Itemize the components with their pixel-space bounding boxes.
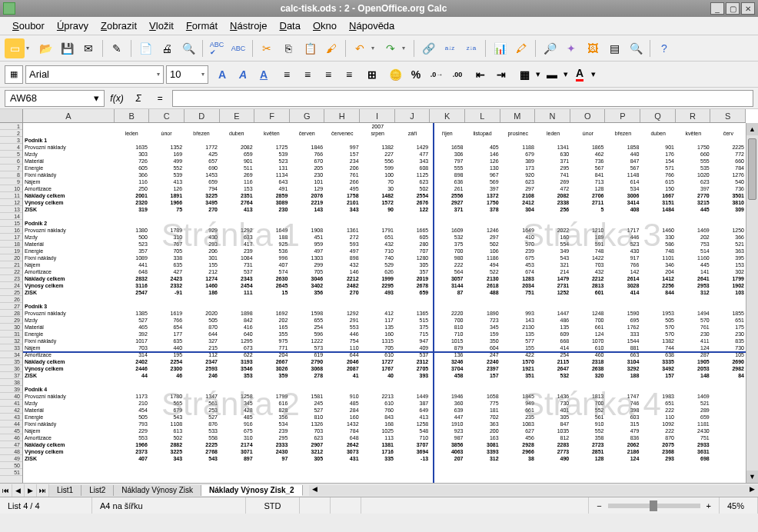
- cell[interactable]: 1858: [606, 144, 641, 151]
- cell[interactable]: 343: [324, 206, 360, 213]
- cell[interactable]: Fixní náklady: [23, 171, 114, 178]
- cell[interactable]: 2225: [711, 144, 746, 151]
- cell[interactable]: 160: [324, 414, 360, 421]
- cell[interactable]: 3292: [606, 365, 641, 372]
- cell[interactable]: 3104: [606, 358, 641, 365]
- cell[interactable]: 70: [361, 178, 395, 185]
- cell[interactable]: 843: [361, 414, 395, 421]
- cell[interactable]: 2219: [289, 199, 324, 206]
- cell[interactable]: 556: [361, 158, 395, 165]
- cell[interactable]: 635: [149, 261, 184, 268]
- cell[interactable]: 710: [395, 434, 430, 441]
- cell[interactable]: květen: [254, 130, 290, 137]
- cell[interactable]: 1799: [254, 393, 290, 400]
- cell[interactable]: [430, 296, 464, 303]
- row-header-47[interactable]: 47: [0, 441, 22, 448]
- cell[interactable]: [640, 379, 676, 386]
- row-header-30[interactable]: 30: [0, 324, 22, 331]
- cell[interactable]: [640, 123, 676, 130]
- currency-button[interactable]: 🪙: [386, 65, 404, 84]
- cell[interactable]: [711, 462, 746, 469]
- cell[interactable]: 569: [464, 178, 500, 185]
- cell[interactable]: 2333: [254, 441, 290, 448]
- cell[interactable]: 131: [254, 165, 290, 171]
- hscroll-right-icon[interactable]: ▶: [746, 485, 758, 496]
- cell[interactable]: 3116: [114, 282, 148, 289]
- cell[interactable]: Amortizace: [23, 351, 114, 358]
- cell[interactable]: 923: [430, 427, 464, 434]
- cell[interactable]: [640, 303, 676, 310]
- cell[interactable]: 315: [606, 421, 641, 427]
- cell[interactable]: 657: [184, 158, 219, 165]
- cell[interactable]: 1134: [254, 171, 290, 178]
- cell[interactable]: [536, 137, 570, 144]
- cell[interactable]: [464, 137, 500, 144]
- cell[interactable]: 1160: [676, 254, 711, 261]
- cell[interactable]: [711, 434, 746, 441]
- cell[interactable]: 500: [114, 234, 148, 241]
- cell[interactable]: 247: [464, 351, 500, 358]
- bgcolor-button[interactable]: ▬: [543, 65, 561, 84]
- cell[interactable]: [536, 296, 570, 303]
- cell[interactable]: 305: [289, 455, 324, 462]
- cell[interactable]: 253: [184, 407, 219, 414]
- row-header-5[interactable]: 5: [0, 151, 22, 158]
- cell[interactable]: 702: [464, 414, 500, 421]
- cell[interactable]: 333: [606, 331, 641, 337]
- cell[interactable]: Podnik 3: [23, 303, 114, 310]
- cell[interactable]: 497: [289, 248, 324, 254]
- cell[interactable]: 771: [254, 344, 290, 351]
- cell[interactable]: 458: [430, 372, 464, 379]
- cell[interactable]: 430: [184, 234, 219, 241]
- cell[interactable]: 703: [570, 261, 605, 268]
- cell[interactable]: [184, 303, 219, 310]
- cell[interactable]: Výnosy celkem: [23, 365, 114, 372]
- cell[interactable]: [676, 296, 711, 303]
- cell[interactable]: 616: [254, 400, 290, 407]
- cell[interactable]: 793: [114, 421, 148, 427]
- cell[interactable]: [395, 296, 430, 303]
- status-pagestyle[interactable]: A4 na šířku: [92, 497, 246, 514]
- cell[interactable]: [289, 386, 324, 393]
- cell[interactable]: [254, 296, 290, 303]
- formula-input[interactable]: [172, 90, 753, 107]
- navigator-button[interactable]: ✦: [561, 38, 581, 58]
- cell[interactable]: 573: [289, 344, 324, 351]
- cell[interactable]: 272: [324, 234, 360, 241]
- cell[interactable]: 700: [570, 400, 605, 407]
- cell[interactable]: 431: [324, 455, 360, 462]
- cell[interactable]: 627: [500, 427, 536, 434]
- cell[interactable]: [289, 213, 324, 220]
- cell[interactable]: 1658: [430, 144, 464, 151]
- cell[interactable]: 604: [464, 344, 500, 351]
- menu-úpravy[interactable]: Úpravy: [51, 18, 95, 34]
- cell[interactable]: 44: [114, 372, 148, 379]
- cell[interactable]: 284: [324, 407, 360, 414]
- cell[interactable]: 670: [289, 158, 324, 165]
- cell[interactable]: 146: [464, 151, 500, 158]
- cell[interactable]: [324, 213, 360, 220]
- cell[interactable]: 1303: [289, 254, 324, 261]
- cell[interactable]: [676, 123, 711, 130]
- cell[interactable]: 2101: [324, 199, 360, 206]
- cell[interactable]: 110: [640, 414, 676, 421]
- cell[interactable]: [640, 296, 676, 303]
- cell[interactable]: 2075: [640, 441, 676, 448]
- cell[interactable]: 1908: [289, 227, 324, 234]
- cell[interactable]: Podnik 2: [23, 220, 114, 227]
- cell[interactable]: 3151: [640, 199, 676, 206]
- cell[interactable]: 614: [606, 178, 641, 185]
- cell[interactable]: [536, 220, 570, 227]
- cell[interactable]: 1845: [500, 393, 536, 400]
- cell[interactable]: 186: [184, 289, 219, 296]
- cell[interactable]: Provozní náklady: [23, 393, 114, 400]
- cell[interactable]: 505: [640, 317, 676, 324]
- cell[interactable]: 532: [430, 234, 464, 241]
- cell[interactable]: [184, 379, 219, 386]
- cell[interactable]: 1865: [570, 144, 605, 151]
- cell[interactable]: 2062: [606, 441, 641, 448]
- cell[interactable]: listopad: [464, 130, 500, 137]
- cell[interactable]: 3393: [464, 448, 500, 455]
- horizontal-scrollbar[interactable]: ◀ ▶: [309, 485, 758, 496]
- row-header-20[interactable]: 20: [0, 254, 22, 261]
